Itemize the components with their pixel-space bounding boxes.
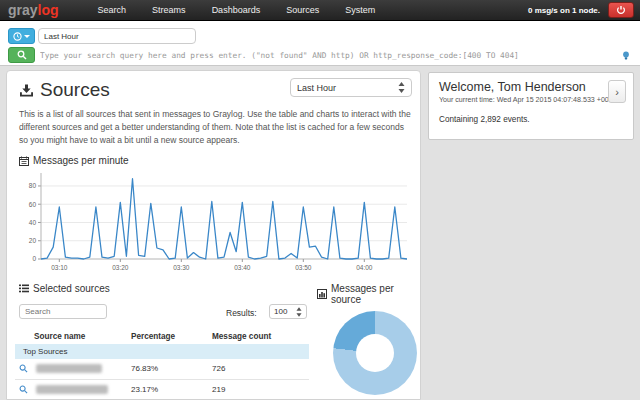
nav-item-streams[interactable]: Streams xyxy=(139,0,199,21)
universal-search-bar xyxy=(0,21,640,66)
svg-text:04:00: 04:00 xyxy=(356,264,373,271)
redacted-source-name xyxy=(36,364,102,373)
results-count-select[interactable]: 100 xyxy=(269,304,307,319)
graylog-logo[interactable]: graylog xyxy=(8,2,59,18)
throughput-status: 0 msg/s on 1 node. xyxy=(528,6,600,15)
svg-text:03:40: 03:40 xyxy=(234,264,251,271)
sidebar-collapse-button[interactable]: › xyxy=(608,80,626,103)
table-header-row: Source name Percentage Message count xyxy=(15,329,309,344)
logo-log-text: log xyxy=(38,2,59,18)
page-timerange-value: Last Hour xyxy=(297,83,336,93)
row-message-count: 219 xyxy=(212,379,309,399)
svg-text:03:50: 03:50 xyxy=(295,264,312,271)
list-icon xyxy=(19,284,29,293)
search-query-input[interactable] xyxy=(40,47,610,63)
select-caret-icon xyxy=(296,307,302,317)
timerange-input[interactable] xyxy=(38,28,196,44)
shutdown-button[interactable] xyxy=(608,2,634,18)
select-caret-icon xyxy=(398,82,405,93)
nav-item-sources[interactable]: Sources xyxy=(273,0,332,21)
clock-icon xyxy=(13,32,22,41)
sources-content-panel: Sources Last Hour This is a list of all … xyxy=(6,70,421,400)
svg-text:60: 60 xyxy=(29,201,37,208)
nav-item-dashboards[interactable]: Dashboards xyxy=(199,0,274,21)
table-row: 76.83% 726 xyxy=(15,359,309,379)
row-percentage: 23.17% xyxy=(131,379,212,399)
main-menu: Search Streams Dashboards Sources System xyxy=(85,0,389,21)
top-navbar: graylog Search Streams Dashboards Source… xyxy=(0,0,640,21)
search-source-icon[interactable] xyxy=(19,385,28,394)
page-description: This is a list of all sources that sent … xyxy=(19,108,411,148)
nav-item-search[interactable]: Search xyxy=(85,0,140,21)
svg-text:80: 80 xyxy=(29,182,37,189)
messages-per-minute-header: Messages per minute xyxy=(19,155,129,166)
chevron-right-icon: › xyxy=(615,86,619,98)
sources-filter-input[interactable] xyxy=(19,304,107,319)
logo-gray-text: gray xyxy=(8,2,38,18)
page-timerange-select[interactable]: Last Hour xyxy=(290,78,412,97)
messages-per-minute-chart: 02040608003:1003:2003:3003:4003:5004:00 xyxy=(15,167,417,279)
svg-text:0: 0 xyxy=(32,255,36,262)
column-header-source-name: Source name xyxy=(15,329,131,344)
svg-text:03:30: 03:30 xyxy=(173,264,190,271)
results-label: Results: xyxy=(226,308,257,318)
sources-table: Source name Percentage Message count Top… xyxy=(15,329,309,400)
search-icon xyxy=(17,50,27,60)
column-header-percentage: Percentage xyxy=(131,329,212,344)
donut-hole xyxy=(356,334,394,372)
search-source-icon[interactable] xyxy=(19,364,28,373)
column-header-message-count: Message count xyxy=(212,329,309,344)
page-title-text: Sources xyxy=(40,79,110,101)
table-group-row: Top Sources xyxy=(15,344,309,359)
search-help-lightbulb-icon[interactable] xyxy=(622,51,630,61)
search-submit-button[interactable] xyxy=(8,47,35,63)
messages-per-source-header: Messages per source xyxy=(317,283,420,305)
nav-item-system[interactable]: System xyxy=(332,0,388,21)
redacted-source-name xyxy=(36,385,108,394)
bar-chart-icon xyxy=(317,289,327,299)
timerange-type-button[interactable] xyxy=(8,28,35,44)
caret-down-icon xyxy=(24,35,30,38)
power-icon xyxy=(616,5,626,15)
results-count-value: 100 xyxy=(274,307,287,316)
table-row: 23.17% 219 xyxy=(15,379,309,399)
svg-text:03:10: 03:10 xyxy=(51,264,68,271)
row-percentage: 76.83% xyxy=(131,359,212,379)
calendar-icon xyxy=(19,156,29,166)
selected-sources-header: Selected sources xyxy=(19,283,110,294)
svg-text:03:20: 03:20 xyxy=(112,264,129,271)
sidebar-welcome-box: Welcome, Tom Henderson Your current time… xyxy=(428,72,634,140)
welcome-message: Welcome, Tom Henderson xyxy=(439,80,586,94)
row-message-count: 726 xyxy=(212,359,309,379)
download-icon xyxy=(19,84,34,97)
svg-text:40: 40 xyxy=(29,219,37,226)
messages-per-minute-title: Messages per minute xyxy=(33,155,129,166)
events-count: Containing 2,892 events. xyxy=(439,115,530,124)
messages-per-source-donut-chart xyxy=(333,311,417,395)
selected-sources-title: Selected sources xyxy=(33,283,110,294)
page-title: Sources xyxy=(19,79,110,101)
messages-per-source-title: Messages per source xyxy=(331,283,420,305)
svg-text:20: 20 xyxy=(29,237,37,244)
current-time: Your current time: Wed Apr 15 2015 04:07… xyxy=(439,96,619,104)
group-row-label: Top Sources xyxy=(15,344,309,359)
